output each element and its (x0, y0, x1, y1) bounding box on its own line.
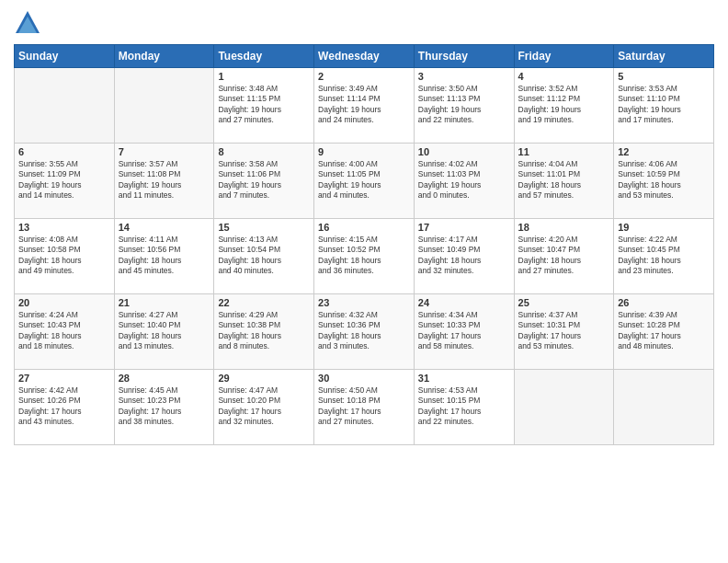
calendar-cell: 24Sunrise: 4:34 AM Sunset: 10:33 PM Dayl… (414, 294, 514, 370)
calendar-cell: 2Sunrise: 3:49 AM Sunset: 11:14 PM Dayli… (314, 68, 415, 144)
day-info: Sunrise: 3:50 AM Sunset: 11:13 PM Daylig… (418, 84, 510, 126)
day-number: 9 (318, 146, 410, 157)
day-number: 14 (119, 222, 210, 233)
calendar-row: 27Sunrise: 4:42 AM Sunset: 10:26 PM Dayl… (15, 370, 714, 445)
calendar-cell: 20Sunrise: 4:24 AM Sunset: 10:43 PM Dayl… (15, 294, 115, 370)
day-info: Sunrise: 4:06 AM Sunset: 10:59 PM Daylig… (618, 159, 710, 201)
day-number: 30 (318, 373, 410, 384)
calendar-cell (514, 370, 614, 445)
day-number: 17 (418, 222, 510, 233)
calendar-cell: 28Sunrise: 4:45 AM Sunset: 10:23 PM Dayl… (114, 370, 214, 445)
day-info: Sunrise: 4:13 AM Sunset: 10:54 PM Daylig… (218, 235, 310, 277)
calendar-cell: 13Sunrise: 4:08 AM Sunset: 10:58 PM Dayl… (15, 219, 115, 294)
calendar-row: 1Sunrise: 3:48 AM Sunset: 11:15 PM Dayli… (15, 68, 714, 144)
day-number: 28 (119, 373, 210, 384)
weekday-header: Sunday (15, 45, 115, 68)
calendar: SundayMondayTuesdayWednesdayThursdayFrid… (14, 44, 714, 445)
day-info: Sunrise: 4:32 AM Sunset: 10:36 PM Daylig… (318, 310, 410, 352)
calendar-cell: 31Sunrise: 4:53 AM Sunset: 10:15 PM Dayl… (414, 370, 514, 445)
logo-icon (14, 9, 41, 37)
day-info: Sunrise: 3:53 AM Sunset: 11:10 PM Daylig… (618, 84, 710, 126)
day-number: 2 (318, 71, 410, 82)
day-number: 18 (518, 222, 610, 233)
day-info: Sunrise: 4:53 AM Sunset: 10:15 PM Daylig… (418, 385, 510, 428)
weekday-header: Tuesday (214, 45, 314, 68)
day-number: 8 (218, 146, 310, 157)
day-number: 23 (318, 297, 410, 308)
day-number: 3 (418, 71, 510, 82)
day-number: 12 (618, 146, 710, 157)
day-info: Sunrise: 4:39 AM Sunset: 10:28 PM Daylig… (618, 310, 710, 352)
calendar-cell: 25Sunrise: 4:37 AM Sunset: 10:31 PM Dayl… (514, 294, 614, 370)
calendar-cell: 30Sunrise: 4:50 AM Sunset: 10:18 PM Dayl… (314, 370, 415, 445)
calendar-row: 20Sunrise: 4:24 AM Sunset: 10:43 PM Dayl… (15, 294, 714, 370)
calendar-cell (15, 68, 115, 144)
calendar-cell: 18Sunrise: 4:20 AM Sunset: 10:47 PM Dayl… (514, 219, 614, 294)
weekday-header: Saturday (614, 45, 714, 68)
day-info: Sunrise: 4:47 AM Sunset: 10:20 PM Daylig… (218, 385, 310, 428)
day-info: Sunrise: 4:15 AM Sunset: 10:52 PM Daylig… (318, 235, 410, 277)
day-number: 27 (18, 373, 110, 384)
day-number: 31 (418, 373, 510, 384)
day-info: Sunrise: 4:29 AM Sunset: 10:38 PM Daylig… (218, 310, 310, 352)
day-info: Sunrise: 4:50 AM Sunset: 10:18 PM Daylig… (318, 385, 410, 428)
day-number: 19 (618, 222, 710, 233)
calendar-cell: 21Sunrise: 4:27 AM Sunset: 10:40 PM Dayl… (114, 294, 214, 370)
header (14, 9, 714, 37)
calendar-cell: 5Sunrise: 3:53 AM Sunset: 11:10 PM Dayli… (614, 68, 714, 144)
day-info: Sunrise: 4:00 AM Sunset: 11:05 PM Daylig… (318, 159, 410, 201)
calendar-cell: 26Sunrise: 4:39 AM Sunset: 10:28 PM Dayl… (614, 294, 714, 370)
weekday-header: Wednesday (314, 45, 415, 68)
day-info: Sunrise: 4:08 AM Sunset: 10:58 PM Daylig… (18, 235, 110, 277)
calendar-cell: 19Sunrise: 4:22 AM Sunset: 10:45 PM Dayl… (614, 219, 714, 294)
day-info: Sunrise: 3:49 AM Sunset: 11:14 PM Daylig… (318, 84, 410, 126)
day-number: 5 (618, 71, 710, 82)
weekday-header: Thursday (414, 45, 514, 68)
calendar-cell: 22Sunrise: 4:29 AM Sunset: 10:38 PM Dayl… (214, 294, 314, 370)
day-number: 24 (418, 297, 510, 308)
calendar-cell: 9Sunrise: 4:00 AM Sunset: 11:05 PM Dayli… (314, 144, 415, 219)
day-info: Sunrise: 3:57 AM Sunset: 11:08 PM Daylig… (119, 159, 210, 201)
calendar-cell: 10Sunrise: 4:02 AM Sunset: 11:03 PM Dayl… (414, 144, 514, 219)
day-info: Sunrise: 4:02 AM Sunset: 11:03 PM Daylig… (418, 159, 510, 201)
calendar-cell: 1Sunrise: 3:48 AM Sunset: 11:15 PM Dayli… (214, 68, 314, 144)
calendar-cell: 16Sunrise: 4:15 AM Sunset: 10:52 PM Dayl… (314, 219, 415, 294)
day-number: 11 (518, 146, 610, 157)
day-number: 10 (418, 146, 510, 157)
calendar-cell: 8Sunrise: 3:58 AM Sunset: 11:06 PM Dayli… (214, 144, 314, 219)
calendar-cell: 6Sunrise: 3:55 AM Sunset: 11:09 PM Dayli… (15, 144, 115, 219)
calendar-cell (614, 370, 714, 445)
logo (14, 9, 45, 37)
day-info: Sunrise: 4:11 AM Sunset: 10:56 PM Daylig… (119, 235, 210, 277)
day-info: Sunrise: 4:24 AM Sunset: 10:43 PM Daylig… (18, 310, 110, 352)
weekday-header: Friday (514, 45, 614, 68)
calendar-cell: 17Sunrise: 4:17 AM Sunset: 10:49 PM Dayl… (414, 219, 514, 294)
day-info: Sunrise: 4:27 AM Sunset: 10:40 PM Daylig… (119, 310, 210, 352)
day-info: Sunrise: 4:22 AM Sunset: 10:45 PM Daylig… (618, 235, 710, 277)
day-number: 13 (18, 222, 110, 233)
day-info: Sunrise: 3:52 AM Sunset: 11:12 PM Daylig… (518, 84, 610, 126)
day-info: Sunrise: 3:58 AM Sunset: 11:06 PM Daylig… (218, 159, 310, 201)
day-number: 20 (18, 297, 110, 308)
weekday-header: Monday (114, 45, 214, 68)
calendar-cell: 27Sunrise: 4:42 AM Sunset: 10:26 PM Dayl… (15, 370, 115, 445)
day-number: 4 (518, 71, 610, 82)
day-number: 7 (119, 146, 210, 157)
calendar-cell: 29Sunrise: 4:47 AM Sunset: 10:20 PM Dayl… (214, 370, 314, 445)
day-number: 29 (218, 373, 310, 384)
day-number: 25 (518, 297, 610, 308)
day-info: Sunrise: 4:17 AM Sunset: 10:49 PM Daylig… (418, 235, 510, 277)
day-info: Sunrise: 4:42 AM Sunset: 10:26 PM Daylig… (18, 385, 110, 428)
day-info: Sunrise: 3:55 AM Sunset: 11:09 PM Daylig… (18, 159, 110, 201)
day-number: 26 (618, 297, 710, 308)
calendar-cell: 23Sunrise: 4:32 AM Sunset: 10:36 PM Dayl… (314, 294, 415, 370)
calendar-cell: 14Sunrise: 4:11 AM Sunset: 10:56 PM Dayl… (114, 219, 214, 294)
day-info: Sunrise: 4:20 AM Sunset: 10:47 PM Daylig… (518, 235, 610, 277)
calendar-row: 6Sunrise: 3:55 AM Sunset: 11:09 PM Dayli… (15, 144, 714, 219)
day-info: Sunrise: 3:48 AM Sunset: 11:15 PM Daylig… (218, 84, 310, 126)
calendar-cell: 3Sunrise: 3:50 AM Sunset: 11:13 PM Dayli… (414, 68, 514, 144)
calendar-cell: 11Sunrise: 4:04 AM Sunset: 11:01 PM Dayl… (514, 144, 614, 219)
day-number: 21 (119, 297, 210, 308)
day-number: 1 (218, 71, 310, 82)
calendar-row: 13Sunrise: 4:08 AM Sunset: 10:58 PM Dayl… (15, 219, 714, 294)
